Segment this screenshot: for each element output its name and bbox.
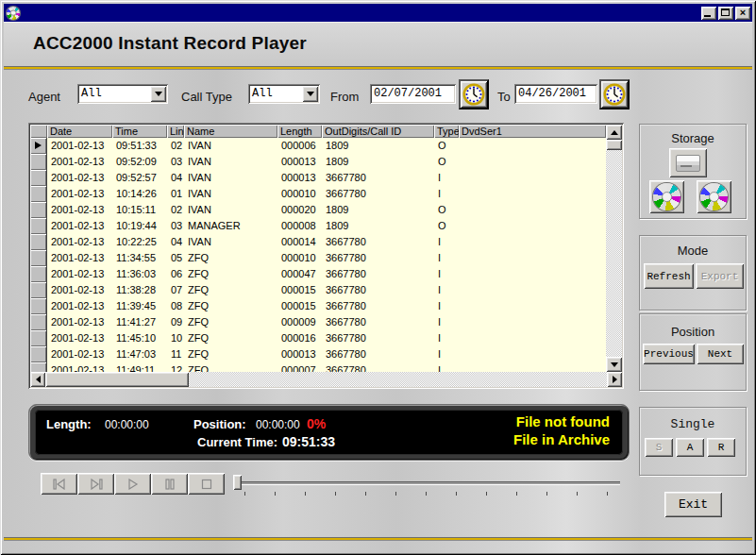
column-header-date[interactable]: Date	[47, 125, 112, 138]
row-selector-cell[interactable]	[30, 234, 47, 250]
table-cell: I	[434, 186, 459, 202]
hard-drive-icon	[676, 155, 700, 172]
exit-button[interactable]: Exit	[664, 492, 722, 517]
vertical-scroll-thumb[interactable]	[606, 140, 622, 150]
app-cd-icon	[7, 7, 20, 20]
table-row[interactable]: 2001-02-1311:45:1010ZFQ0000163667780I	[30, 330, 606, 346]
storage-disc1-button[interactable]	[649, 180, 684, 213]
table-cell: 000013	[277, 170, 322, 186]
table-cell: ZFQ	[184, 266, 277, 282]
row-selector-cell[interactable]	[30, 170, 47, 186]
scroll-down-button[interactable]	[606, 357, 622, 372]
from-date-picker-button[interactable]	[459, 79, 489, 109]
next-button[interactable]: Next	[697, 344, 744, 364]
scroll-up-button[interactable]	[606, 125, 622, 140]
agent-select[interactable]: All	[77, 84, 168, 104]
to-date-picker-button[interactable]	[599, 79, 630, 109]
seek-slider[interactable]	[233, 474, 622, 496]
row-selector-cell[interactable]	[30, 314, 47, 330]
table-cell	[459, 138, 606, 154]
export-button[interactable]: Export	[696, 263, 744, 289]
column-header-type[interactable]: Type	[434, 125, 459, 138]
call-type-select[interactable]: All	[248, 84, 320, 104]
column-header-name[interactable]: Name	[184, 125, 277, 138]
table-row[interactable]: 2001-02-1310:22:2504IVAN0000143667780I	[30, 234, 606, 250]
table-row[interactable]: 2001-02-1309:52:5704IVAN0000133667780I	[30, 170, 606, 186]
call-type-dropdown-button[interactable]	[302, 86, 318, 102]
column-header-dvdser1[interactable]: DvdSer1	[459, 125, 606, 138]
to-label: To	[497, 90, 511, 104]
refresh-button[interactable]: Refresh	[644, 263, 694, 289]
row-selector-cell[interactable]	[30, 266, 47, 282]
row-selector-cell[interactable]	[30, 186, 47, 202]
table-cell: 3667780	[322, 170, 434, 186]
skip-start-icon	[51, 479, 68, 490]
column-header-outdigits-call-id[interactable]: OutDigits/Call ID	[322, 125, 434, 138]
table-cell: O	[434, 218, 459, 234]
table-row[interactable]: 2001-02-1311:34:5505ZFQ0000103667780I	[30, 250, 606, 266]
row-selector-cell[interactable]	[30, 154, 47, 170]
table-row[interactable]: 2001-02-1310:19:4403MANAGER0000081809O	[30, 218, 606, 234]
scroll-left-button[interactable]	[30, 372, 45, 387]
slider-thumb[interactable]	[233, 475, 242, 490]
row-selector-cell[interactable]	[30, 298, 47, 314]
column-header-length[interactable]: Length	[277, 125, 322, 138]
maximize-button[interactable]	[718, 7, 733, 20]
minimize-button[interactable]	[701, 7, 716, 20]
pause-button[interactable]	[151, 473, 188, 495]
close-button[interactable]: ×	[735, 7, 750, 20]
current-row-arrow-icon	[35, 142, 42, 149]
row-selector-cell[interactable]	[30, 138, 47, 154]
table-cell: 2001-02-13	[47, 266, 112, 282]
table-row[interactable]: 2001-02-1310:15:1102IVAN0000201809O	[30, 202, 606, 218]
single-a-button[interactable]: A	[676, 438, 704, 457]
previous-button[interactable]: Previous	[643, 344, 695, 364]
single-r-button[interactable]: R	[707, 438, 735, 457]
table-cell: ZFQ	[184, 298, 277, 314]
column-header-time[interactable]: Time	[112, 125, 167, 138]
from-date-input[interactable]: 02/07/2001	[370, 84, 456, 104]
table-cell: 10:14:26	[112, 186, 167, 202]
row-selector-cell[interactable]	[30, 202, 47, 218]
table-cell	[459, 186, 606, 202]
table-row[interactable]: 2001-02-1310:14:2601IVAN0000103667780I	[30, 186, 606, 202]
play-button[interactable]	[114, 473, 151, 495]
table-cell: 3667780	[322, 330, 434, 346]
table-row[interactable]: 2001-02-1311:47:0311ZFQ0000133667780I	[30, 346, 606, 362]
horizontal-scrollbar[interactable]	[30, 372, 622, 387]
table-row[interactable]: 2001-02-1311:36:0306ZFQ0000473667780I	[30, 266, 606, 282]
skip-start-button[interactable]	[41, 473, 77, 495]
row-selector-cell[interactable]	[30, 330, 47, 346]
row-selector-cell[interactable]	[30, 362, 47, 372]
table-row[interactable]: 2001-02-1311:39:4508ZFQ0000153667780I	[30, 298, 606, 314]
table-cell: 10:15:11	[112, 202, 167, 218]
agent-label: Agent	[28, 90, 60, 104]
scroll-right-button[interactable]	[607, 372, 622, 387]
table-row[interactable]: 2001-02-1311:41:2709ZFQ0000093667780I	[30, 314, 606, 330]
stop-button[interactable]	[188, 473, 225, 495]
column-header-line[interactable]: Line	[167, 125, 184, 138]
agent-dropdown-button[interactable]	[150, 86, 166, 102]
table-row[interactable]: 2001-02-1311:38:2807ZFQ0000153667780I	[30, 282, 606, 298]
table-row[interactable]: 2001-02-1311:49:1112ZFQ0000073667780I	[30, 362, 606, 372]
vertical-scrollbar[interactable]	[606, 125, 622, 372]
table-row[interactable]: 2001-02-1309:52:0903IVAN0000131809O	[30, 154, 606, 170]
table-cell: 3667780	[322, 282, 434, 298]
single-s-button[interactable]: S	[645, 438, 673, 457]
horizontal-scroll-thumb[interactable]	[45, 372, 189, 387]
table-cell: O	[434, 138, 459, 154]
storage-drive-button[interactable]	[669, 148, 707, 177]
to-date-input[interactable]: 04/26/2001	[514, 84, 597, 104]
title-bar[interactable]: ×	[4, 4, 752, 22]
row-selector-cell[interactable]	[30, 282, 47, 298]
skip-end-button[interactable]	[77, 473, 114, 495]
table-cell	[459, 362, 606, 372]
table-row[interactable]: 2001-02-1309:51:3302IVAN0000061809O	[30, 138, 606, 154]
slider-track[interactable]	[241, 481, 620, 484]
row-selector-cell[interactable]	[30, 250, 47, 266]
row-selector-cell[interactable]	[30, 346, 47, 362]
position-label: Position	[640, 325, 746, 339]
storage-disc2-button[interactable]	[697, 180, 731, 213]
table-cell: 07	[167, 282, 184, 298]
row-selector-cell[interactable]	[30, 218, 47, 234]
